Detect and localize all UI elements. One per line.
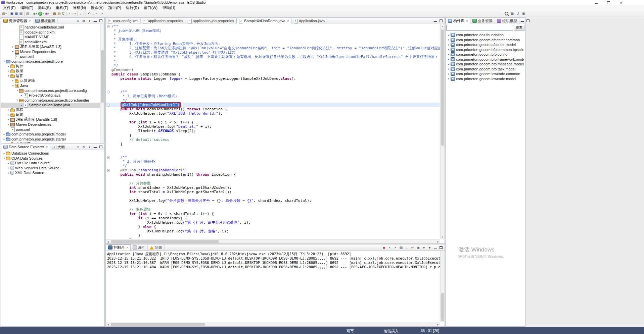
debug-icon[interactable]: ◈▾: [33, 11, 37, 16]
tree-item[interactable]: ▸JRE 系统库 [JavaSE-1.8]: [1, 117, 100, 122]
scroll-up-icon[interactable]: ▲: [441, 24, 445, 29]
expand-arrow-icon[interactable]: ▸: [447, 43, 451, 46]
code-line[interactable]: [106, 85, 440, 90]
maximize-panel-icon[interactable]: [525, 18, 531, 23]
view-menu-icon[interactable]: ▾: [87, 18, 92, 23]
editor-horizontal-scrollbar[interactable]: ◀ ▶: [106, 239, 440, 243]
tree-item[interactable]: ▾com.primeton.eos.projectlj.core.handler: [1, 98, 100, 103]
code-line[interactable]: − /**: [106, 155, 440, 159]
word-wrap-icon[interactable]: ↵: [410, 245, 415, 250]
tab-console[interactable]: 控制台×: [106, 244, 131, 250]
tree-item[interactable]: pom.xml: [1, 54, 100, 59]
code-line[interactable]: * 4、任务结果：默认任务结果为 "成功" 状态，不需要主动设置；如有诉求，比如…: [106, 55, 440, 59]
tree-item[interactable]: handler-contribution.xml: [1, 25, 100, 30]
expand-arrow-icon[interactable]: ▾: [11, 84, 15, 87]
tree-item[interactable]: ▸SampleXxlJobDemo.java: [1, 103, 100, 108]
tree-item[interactable]: ▾com.primeton.eos.projectlj.core.config: [1, 88, 100, 93]
tree-item[interactable]: ▸com.primeton.eos.projectlj.starter: [1, 137, 100, 142]
code-line[interactable]: int shardIndex = XxlJobHelper.getShardIn…: [106, 185, 440, 190]
tree-item[interactable]: ▸构件: [1, 64, 100, 69]
minimize-panel-icon[interactable]: [93, 18, 98, 23]
expand-arrow-icon[interactable]: ▸: [7, 69, 10, 72]
tree-item[interactable]: ▸com.primeton.eos.projectlj.model: [1, 132, 100, 137]
code-line[interactable]: XxlJobHelper.log("XXL-JOB, Hello World."…: [106, 111, 440, 116]
tree-item[interactable]: ▸com.primeton.gocom.bfp.message.model: [446, 62, 525, 67]
code-line[interactable]: [106, 81, 440, 85]
tree-item[interactable]: serialkiller.xml: [1, 40, 100, 45]
tree-item[interactable]: ▸Maven Dependencies: [1, 49, 100, 54]
tree-item[interactable]: ▸配置: [1, 112, 100, 117]
expand-arrow-icon[interactable]: ▾: [15, 89, 19, 92]
new-package-icon[interactable]: ▧: [57, 11, 61, 16]
code-line[interactable]: * 2、分片广播任务: [106, 159, 440, 164]
minimize-panel-icon[interactable]: [433, 245, 438, 250]
tree-item[interactable]: ▸com.primeton.gocom.bfp.framework.model: [446, 57, 525, 62]
code-line[interactable]: if (i == shardIndex) {: [106, 216, 440, 220]
menu-search[interactable]: 搜索(A): [88, 5, 106, 10]
expand-arrow-icon[interactable]: ▸: [7, 162, 10, 165]
close-tab-icon[interactable]: ×: [126, 246, 128, 249]
expand-arrow-icon[interactable]: ▸: [447, 53, 451, 56]
tab-template-config[interactable]: 模板配置: [33, 18, 58, 24]
tree-item[interactable]: logback-spring.xml: [1, 30, 100, 35]
expand-arrow-icon[interactable]: ▸: [7, 118, 10, 121]
save-icon[interactable]: ▣: [10, 11, 13, 16]
tree-item[interactable]: ▾com.primeton.eos.projectlj.core: [1, 59, 100, 64]
code-line[interactable]: *: [106, 33, 440, 37]
java-perspective-icon[interactable]: J: [515, 11, 520, 16]
expand-arrow-icon[interactable]: ▾: [7, 74, 10, 77]
tab-resource-explorer[interactable]: 资源管理器×: [1, 18, 33, 24]
code-line[interactable]: } else {: [106, 225, 440, 229]
code-line[interactable]: public void shardingJobHandler1() throws…: [106, 172, 440, 177]
scroll-down-icon[interactable]: ▼: [441, 235, 445, 239]
library-search-input[interactable]: [446, 25, 513, 31]
expand-arrow-icon[interactable]: ▸: [7, 108, 10, 111]
code-line[interactable]: * 2、注解配置：为Job方法添加注解 "@XxlJob(value="自定义j…: [106, 46, 440, 50]
tab-data-source-explorer[interactable]: Data Source Explorer×: [1, 144, 50, 150]
tab-outline[interactable]: 大纲: [50, 144, 67, 150]
tab-application-job-properties[interactable]: application-job.properties: [185, 18, 236, 24]
code-line[interactable]: [106, 151, 440, 155]
explorer-scrollbar[interactable]: [100, 24, 104, 143]
search-icon[interactable]: [504, 11, 509, 16]
expand-arrow-icon[interactable]: ▾: [2, 60, 6, 63]
tree-item[interactable]: ▸com.primeton.gocom.lowcode.common: [446, 71, 525, 76]
code-line[interactable]: }: [106, 142, 440, 146]
console-output[interactable]: Application [Java 应用程序] C:\Program Files…: [106, 251, 440, 322]
scroll-right-icon[interactable]: ▶: [436, 239, 440, 244]
scroll-lock-icon[interactable]: ↓: [404, 245, 409, 250]
close-tab-icon[interactable]: ×: [287, 19, 289, 23]
link-with-editor-icon[interactable]: ⇄: [81, 18, 86, 23]
minimize-panel-icon[interactable]: [520, 18, 525, 23]
expand-arrow-icon[interactable]: ▸: [447, 67, 451, 70]
code-line[interactable]: [106, 116, 440, 120]
code-line[interactable]: [106, 177, 440, 181]
menu-project[interactable]: 项目(P): [106, 5, 123, 10]
code-line[interactable]: − /**: [106, 90, 440, 94]
pin-console-icon[interactable]: ◉: [416, 245, 421, 250]
save-all-icon[interactable]: ▦: [14, 11, 18, 16]
tree-item[interactable]: ▸com.primeton.gocom.lowcode.model: [446, 76, 525, 81]
editor-vertical-scrollbar[interactable]: ▲ ▼: [440, 24, 445, 239]
tab-business-resource[interactable]: 业务资源: [470, 18, 495, 24]
expand-arrow-icon[interactable]: ▸: [447, 77, 451, 80]
tree-item[interactable]: pom.xml: [1, 127, 100, 132]
menu-source[interactable]: 源码(S): [36, 5, 53, 10]
tab-samplexxljobdemo-java[interactable]: SampleXxlJobDemo.java×: [236, 18, 291, 24]
code-line[interactable]: int shardTotal = XxlJobHelper.getShardTo…: [106, 190, 440, 194]
close-tab-icon[interactable]: ×: [46, 145, 48, 149]
tree-item[interactable]: ▸com.primeton.gocom.bfp.config: [446, 52, 525, 57]
console-vertical-scrollbar[interactable]: [440, 251, 445, 322]
tree-item[interactable]: MANIFEST.MF: [1, 35, 100, 40]
fold-collapse-icon[interactable]: −: [107, 91, 110, 94]
collapse-all-icon[interactable]: ≡: [76, 18, 81, 23]
expand-arrow-icon[interactable]: ▸: [7, 113, 10, 116]
expand-arrow-icon[interactable]: ▸: [20, 104, 24, 107]
expand-arrow-icon[interactable]: ▸: [11, 79, 15, 82]
code-line[interactable]: * 开发步骤：: [106, 37, 440, 42]
code-line[interactable]: XxlJobHelper.log("分片参数：当前分片序号 = {}, 总分片数…: [106, 199, 440, 203]
tab-user-config-xml[interactable]: user-config.xml: [106, 18, 141, 24]
code-line[interactable]: [106, 146, 440, 151]
expand-arrow-icon[interactable]: ▸: [447, 72, 451, 75]
tree-item[interactable]: ▸com.primeton.gocom.afcenter.model: [446, 42, 525, 47]
